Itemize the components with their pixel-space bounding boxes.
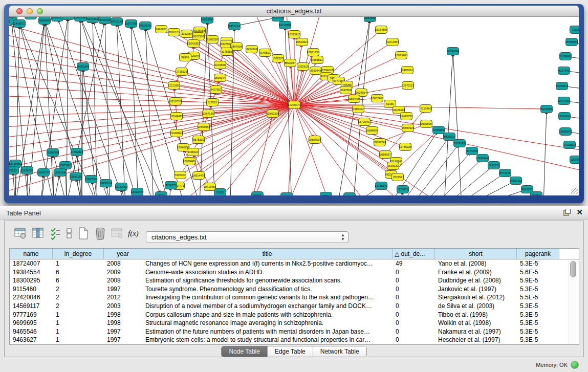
- graph-node[interactable]: 11156839: [21, 167, 33, 174]
- graph-node[interactable]: 7932621: [488, 162, 500, 169]
- red-edge[interactable]: [294, 85, 345, 105]
- graph-node[interactable]: 6466160: [99, 17, 111, 24]
- new-document-icon[interactable]: [77, 226, 90, 240]
- graph-node[interactable]: 7425402: [175, 171, 186, 179]
- graph-node[interactable]: 16640910: [296, 38, 308, 46]
- graph-node[interactable]: 19495758: [400, 113, 412, 120]
- black-edge[interactable]: [93, 21, 154, 195]
- graph-node[interactable]: 15692971: [559, 128, 572, 136]
- graph-node[interactable]: 7955812: [312, 56, 323, 64]
- black-edge[interactable]: [435, 160, 481, 195]
- red-edge[interactable]: [294, 56, 399, 105]
- graph-node[interactable]: 20691406: [38, 17, 51, 25]
- graph-node[interactable]: 10958107: [100, 180, 112, 187]
- black-edge[interactable]: [452, 53, 462, 195]
- graph-node[interactable]: 9857771: [165, 182, 177, 189]
- graph-node[interactable]: 8938923: [444, 133, 455, 141]
- graph-node[interactable]: 16210643: [558, 113, 571, 120]
- graph-node[interactable]: 10654112: [510, 177, 522, 185]
- graph-node[interactable]: 16549485: [170, 113, 183, 120]
- red-edge[interactable]: [211, 105, 294, 185]
- graph-node[interactable]: 3684067: [380, 151, 391, 159]
- table-settings-icon[interactable]: [14, 227, 27, 240]
- graph-node[interactable]: 1810755: [170, 98, 182, 105]
- graph-node[interactable]: 8186328: [207, 36, 219, 43]
- graph-node[interactable]: 39153: [9, 167, 19, 174]
- graph-node[interactable]: 86593: [25, 17, 37, 19]
- graph-node[interactable]: 1362615: [297, 63, 309, 71]
- graph-node[interactable]: 12093821: [556, 82, 568, 90]
- graph-node[interactable]: 7515526: [140, 22, 151, 30]
- table-row[interactable]: 946362711997Embryonic stem cells: a mode…: [10, 336, 579, 344]
- graph-node[interactable]: 2803144: [214, 74, 226, 82]
- column-header-in_degree[interactable]: in_degree: [53, 249, 104, 259]
- table-row[interactable]: 911546021997Tourette syndrome. Phenomeno…: [10, 285, 579, 294]
- column-header-title[interactable]: title: [142, 249, 393, 259]
- graph-node[interactable]: 13505115: [70, 173, 82, 181]
- delete-table-icon[interactable]: [94, 226, 106, 240]
- graph-node[interactable]: 12975115: [402, 82, 414, 90]
- graph-node[interactable]: 19384594: [309, 136, 321, 144]
- column-header-pagerank[interactable]: pagerank: [517, 249, 559, 259]
- graph-node[interactable]: 3175685: [221, 48, 233, 56]
- graph-node[interactable]: 1145194: [54, 169, 66, 177]
- import-table-icon[interactable]: [111, 227, 123, 240]
- column-header-short[interactable]: short: [435, 249, 517, 259]
- graph-node[interactable]: 17016504: [563, 141, 576, 149]
- graph-node[interactable]: 2718126: [176, 68, 188, 76]
- table-row[interactable]: 1456911722003Disruption of a novel membe…: [10, 302, 579, 311]
- table-vertical-scrollbar[interactable]: [569, 260, 577, 344]
- graph-node[interactable]: 10973483: [395, 52, 407, 59]
- graph-node[interactable]: 12923448: [131, 188, 143, 196]
- black-edge[interactable]: [67, 22, 105, 195]
- graph-node[interactable]: 15751074: [565, 38, 578, 46]
- graph-node[interactable]: 8115958: [541, 105, 553, 113]
- graph-node[interactable]: 20206576: [47, 149, 59, 157]
- black-edge[interactable]: [103, 22, 110, 195]
- graph-node[interactable]: 9506: [9, 18, 13, 26]
- select-columns-icon[interactable]: [50, 227, 61, 240]
- black-edge[interactable]: [12, 172, 15, 195]
- black-edge[interactable]: [91, 21, 97, 195]
- graph-node[interactable]: 8822037: [285, 59, 296, 67]
- graph-node[interactable]: 9227343: [558, 67, 570, 75]
- graph-node[interactable]: 317003: [207, 99, 219, 106]
- graph-node[interactable]: 10688609: [366, 127, 378, 135]
- graph-node[interactable]: 9699695: [421, 120, 432, 128]
- red-edge[interactable]: [294, 105, 391, 165]
- red-edge[interactable]: [286, 105, 294, 195]
- graph-node[interactable]: 6497568: [340, 86, 352, 94]
- graph-node[interactable]: 10325419: [288, 31, 300, 38]
- graph-node[interactable]: 11818: [344, 193, 356, 196]
- red-edge[interactable]: [294, 105, 545, 111]
- graph-node[interactable]: 1865159: [62, 17, 74, 20]
- graph-node[interactable]: 18121: [156, 192, 167, 196]
- graph-node[interactable]: 252254: [392, 173, 404, 181]
- graph-node[interactable]: 1753426: [397, 186, 409, 193]
- table-row[interactable]: 946554611997Estimation of the future num…: [10, 327, 579, 336]
- graph-node[interactable]: 6379197: [454, 140, 466, 147]
- graph-node[interactable]: 7857224: [229, 23, 241, 30]
- graph-node[interactable]: 16543382: [187, 40, 200, 48]
- red-edge[interactable]: [249, 114, 273, 195]
- graph-node[interactable]: 12213383: [168, 82, 180, 90]
- column-header-year[interactable]: year: [104, 249, 142, 259]
- graph-node[interactable]: 2687682: [364, 17, 376, 22]
- red-edge[interactable]: [194, 154, 210, 187]
- tab-node-table[interactable]: Node Table: [222, 346, 268, 357]
- graph-node[interactable]: 1840954: [433, 126, 445, 134]
- graph-node[interactable]: 16671358: [125, 20, 137, 28]
- graph-node[interactable]: 11123: [570, 26, 579, 34]
- red-edge[interactable]: [294, 44, 303, 105]
- table-row[interactable]: 1872400712008Changes of HCN gene express…: [10, 259, 579, 268]
- graph-node[interactable]: 16033809: [201, 17, 213, 24]
- red-edge[interactable]: [195, 57, 294, 105]
- graph-node[interactable]: 10653287: [74, 17, 86, 21]
- graph-node[interactable]: 16782759: [115, 183, 127, 191]
- graph-node[interactable]: 9129966: [560, 53, 572, 60]
- function-builder-icon[interactable]: f(x): [128, 229, 139, 238]
- graph-node[interactable]: 8427552: [210, 86, 222, 94]
- citation-network-graph[interactable]: 1724007416405124055722069140685952171865…: [9, 17, 579, 195]
- show-columns-icon[interactable]: [32, 227, 45, 240]
- red-edge[interactable]: [9, 23, 294, 105]
